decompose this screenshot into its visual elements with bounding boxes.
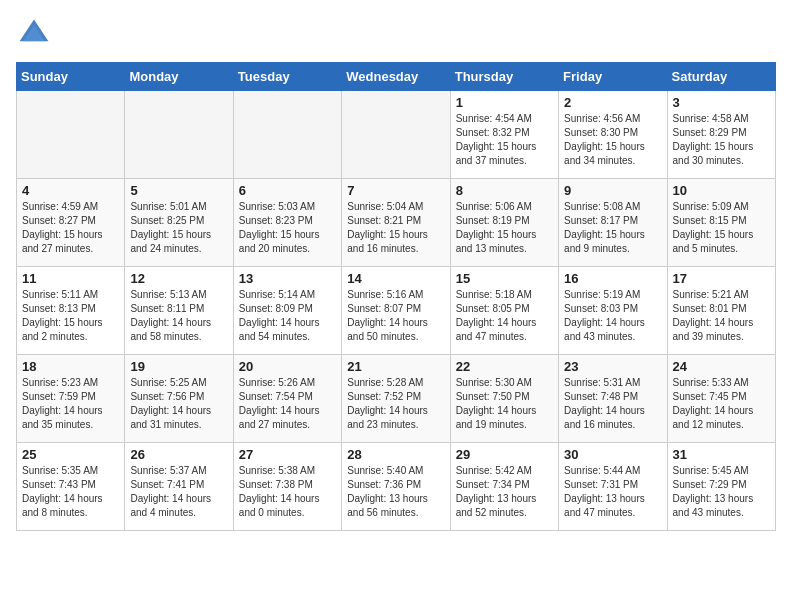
day-number: 27 <box>239 447 336 462</box>
day-number: 30 <box>564 447 661 462</box>
day-header-sunday: Sunday <box>17 63 125 91</box>
day-info: Sunrise: 5:42 AM Sunset: 7:34 PM Dayligh… <box>456 464 553 520</box>
day-number: 10 <box>673 183 770 198</box>
day-info: Sunrise: 5:44 AM Sunset: 7:31 PM Dayligh… <box>564 464 661 520</box>
calendar-cell: 18Sunrise: 5:23 AM Sunset: 7:59 PM Dayli… <box>17 355 125 443</box>
calendar-cell: 23Sunrise: 5:31 AM Sunset: 7:48 PM Dayli… <box>559 355 667 443</box>
day-number: 29 <box>456 447 553 462</box>
day-info: Sunrise: 5:28 AM Sunset: 7:52 PM Dayligh… <box>347 376 444 432</box>
calendar-cell <box>342 91 450 179</box>
day-info: Sunrise: 5:04 AM Sunset: 8:21 PM Dayligh… <box>347 200 444 256</box>
day-header-friday: Friday <box>559 63 667 91</box>
calendar-cell: 20Sunrise: 5:26 AM Sunset: 7:54 PM Dayli… <box>233 355 341 443</box>
day-number: 15 <box>456 271 553 286</box>
day-info: Sunrise: 4:54 AM Sunset: 8:32 PM Dayligh… <box>456 112 553 168</box>
day-header-wednesday: Wednesday <box>342 63 450 91</box>
calendar-cell: 12Sunrise: 5:13 AM Sunset: 8:11 PM Dayli… <box>125 267 233 355</box>
calendar-cell: 30Sunrise: 5:44 AM Sunset: 7:31 PM Dayli… <box>559 443 667 531</box>
day-info: Sunrise: 5:33 AM Sunset: 7:45 PM Dayligh… <box>673 376 770 432</box>
day-number: 13 <box>239 271 336 286</box>
page-header <box>16 16 776 52</box>
day-number: 4 <box>22 183 119 198</box>
calendar-cell: 3Sunrise: 4:58 AM Sunset: 8:29 PM Daylig… <box>667 91 775 179</box>
calendar-cell: 11Sunrise: 5:11 AM Sunset: 8:13 PM Dayli… <box>17 267 125 355</box>
day-info: Sunrise: 5:30 AM Sunset: 7:50 PM Dayligh… <box>456 376 553 432</box>
calendar-cell: 13Sunrise: 5:14 AM Sunset: 8:09 PM Dayli… <box>233 267 341 355</box>
day-info: Sunrise: 5:45 AM Sunset: 7:29 PM Dayligh… <box>673 464 770 520</box>
calendar-cell: 2Sunrise: 4:56 AM Sunset: 8:30 PM Daylig… <box>559 91 667 179</box>
day-info: Sunrise: 5:01 AM Sunset: 8:25 PM Dayligh… <box>130 200 227 256</box>
calendar-cell: 16Sunrise: 5:19 AM Sunset: 8:03 PM Dayli… <box>559 267 667 355</box>
day-info: Sunrise: 5:13 AM Sunset: 8:11 PM Dayligh… <box>130 288 227 344</box>
day-header-thursday: Thursday <box>450 63 558 91</box>
day-number: 18 <box>22 359 119 374</box>
day-info: Sunrise: 5:06 AM Sunset: 8:19 PM Dayligh… <box>456 200 553 256</box>
day-number: 16 <box>564 271 661 286</box>
day-info: Sunrise: 5:40 AM Sunset: 7:36 PM Dayligh… <box>347 464 444 520</box>
calendar-cell: 15Sunrise: 5:18 AM Sunset: 8:05 PM Dayli… <box>450 267 558 355</box>
day-info: Sunrise: 5:21 AM Sunset: 8:01 PM Dayligh… <box>673 288 770 344</box>
day-number: 24 <box>673 359 770 374</box>
calendar-cell <box>17 91 125 179</box>
day-info: Sunrise: 5:11 AM Sunset: 8:13 PM Dayligh… <box>22 288 119 344</box>
day-number: 26 <box>130 447 227 462</box>
calendar-cell: 28Sunrise: 5:40 AM Sunset: 7:36 PM Dayli… <box>342 443 450 531</box>
calendar-cell: 14Sunrise: 5:16 AM Sunset: 8:07 PM Dayli… <box>342 267 450 355</box>
day-info: Sunrise: 5:37 AM Sunset: 7:41 PM Dayligh… <box>130 464 227 520</box>
calendar-cell: 10Sunrise: 5:09 AM Sunset: 8:15 PM Dayli… <box>667 179 775 267</box>
day-number: 5 <box>130 183 227 198</box>
calendar-cell: 19Sunrise: 5:25 AM Sunset: 7:56 PM Dayli… <box>125 355 233 443</box>
day-header-saturday: Saturday <box>667 63 775 91</box>
day-number: 1 <box>456 95 553 110</box>
day-info: Sunrise: 5:18 AM Sunset: 8:05 PM Dayligh… <box>456 288 553 344</box>
day-info: Sunrise: 5:35 AM Sunset: 7:43 PM Dayligh… <box>22 464 119 520</box>
calendar-header: SundayMondayTuesdayWednesdayThursdayFrid… <box>17 63 776 91</box>
day-info: Sunrise: 5:25 AM Sunset: 7:56 PM Dayligh… <box>130 376 227 432</box>
calendar-cell: 29Sunrise: 5:42 AM Sunset: 7:34 PM Dayli… <box>450 443 558 531</box>
calendar-cell: 8Sunrise: 5:06 AM Sunset: 8:19 PM Daylig… <box>450 179 558 267</box>
calendar-week-5: 25Sunrise: 5:35 AM Sunset: 7:43 PM Dayli… <box>17 443 776 531</box>
day-number: 19 <box>130 359 227 374</box>
day-info: Sunrise: 5:09 AM Sunset: 8:15 PM Dayligh… <box>673 200 770 256</box>
day-number: 31 <box>673 447 770 462</box>
calendar-cell <box>233 91 341 179</box>
calendar-body: 1Sunrise: 4:54 AM Sunset: 8:32 PM Daylig… <box>17 91 776 531</box>
calendar-table: SundayMondayTuesdayWednesdayThursdayFrid… <box>16 62 776 531</box>
day-number: 14 <box>347 271 444 286</box>
calendar-cell: 22Sunrise: 5:30 AM Sunset: 7:50 PM Dayli… <box>450 355 558 443</box>
header-row: SundayMondayTuesdayWednesdayThursdayFrid… <box>17 63 776 91</box>
calendar-week-1: 1Sunrise: 4:54 AM Sunset: 8:32 PM Daylig… <box>17 91 776 179</box>
calendar-cell: 26Sunrise: 5:37 AM Sunset: 7:41 PM Dayli… <box>125 443 233 531</box>
calendar-cell: 1Sunrise: 4:54 AM Sunset: 8:32 PM Daylig… <box>450 91 558 179</box>
day-number: 8 <box>456 183 553 198</box>
day-number: 3 <box>673 95 770 110</box>
day-info: Sunrise: 4:58 AM Sunset: 8:29 PM Dayligh… <box>673 112 770 168</box>
day-info: Sunrise: 5:03 AM Sunset: 8:23 PM Dayligh… <box>239 200 336 256</box>
day-number: 21 <box>347 359 444 374</box>
calendar-cell: 31Sunrise: 5:45 AM Sunset: 7:29 PM Dayli… <box>667 443 775 531</box>
calendar-week-2: 4Sunrise: 4:59 AM Sunset: 8:27 PM Daylig… <box>17 179 776 267</box>
day-number: 17 <box>673 271 770 286</box>
calendar-cell: 5Sunrise: 5:01 AM Sunset: 8:25 PM Daylig… <box>125 179 233 267</box>
day-info: Sunrise: 5:08 AM Sunset: 8:17 PM Dayligh… <box>564 200 661 256</box>
day-number: 25 <box>22 447 119 462</box>
day-info: Sunrise: 5:38 AM Sunset: 7:38 PM Dayligh… <box>239 464 336 520</box>
day-number: 20 <box>239 359 336 374</box>
day-info: Sunrise: 5:31 AM Sunset: 7:48 PM Dayligh… <box>564 376 661 432</box>
day-info: Sunrise: 4:59 AM Sunset: 8:27 PM Dayligh… <box>22 200 119 256</box>
calendar-cell: 17Sunrise: 5:21 AM Sunset: 8:01 PM Dayli… <box>667 267 775 355</box>
calendar-cell: 25Sunrise: 5:35 AM Sunset: 7:43 PM Dayli… <box>17 443 125 531</box>
calendar-cell: 4Sunrise: 4:59 AM Sunset: 8:27 PM Daylig… <box>17 179 125 267</box>
calendar-cell: 9Sunrise: 5:08 AM Sunset: 8:17 PM Daylig… <box>559 179 667 267</box>
calendar-cell: 27Sunrise: 5:38 AM Sunset: 7:38 PM Dayli… <box>233 443 341 531</box>
calendar-week-3: 11Sunrise: 5:11 AM Sunset: 8:13 PM Dayli… <box>17 267 776 355</box>
calendar-week-4: 18Sunrise: 5:23 AM Sunset: 7:59 PM Dayli… <box>17 355 776 443</box>
day-info: Sunrise: 5:14 AM Sunset: 8:09 PM Dayligh… <box>239 288 336 344</box>
calendar-cell: 7Sunrise: 5:04 AM Sunset: 8:21 PM Daylig… <box>342 179 450 267</box>
logo <box>16 16 56 52</box>
day-number: 7 <box>347 183 444 198</box>
day-number: 2 <box>564 95 661 110</box>
day-header-tuesday: Tuesday <box>233 63 341 91</box>
logo-icon <box>16 16 52 52</box>
day-number: 23 <box>564 359 661 374</box>
